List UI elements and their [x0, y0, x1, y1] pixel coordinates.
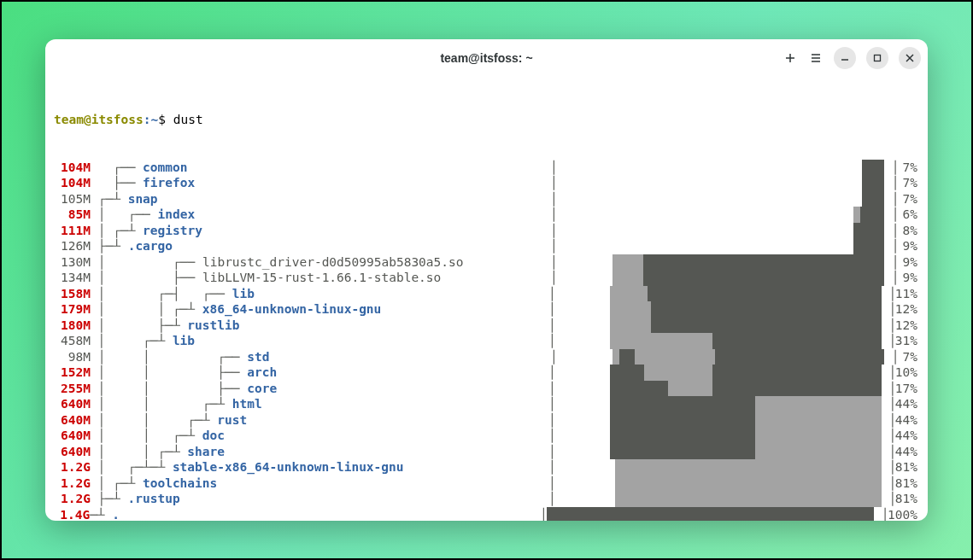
tree-col: ├─┴ .rustup [91, 491, 548, 507]
bar-chart [555, 286, 882, 302]
maximize-button[interactable] [866, 47, 888, 69]
prompt-line: team@itsfoss:~$ dust [54, 112, 919, 128]
tree-col: │ │ ┌─┴ doc [91, 428, 548, 444]
bar-segment [712, 381, 882, 397]
percentage-value: 10% [895, 365, 919, 381]
separator: │ [884, 207, 898, 223]
bar-segment [610, 286, 648, 302]
output-row: 152M │ │ ├── arch│ │10% [54, 365, 919, 381]
bar-segment [610, 396, 755, 412]
hamburger-menu-button[interactable] [808, 50, 824, 66]
separator: │ [548, 428, 555, 444]
close-button[interactable] [899, 47, 921, 69]
tree-branch: │ ┌─┴ [91, 476, 143, 490]
entry-name: registry [143, 224, 202, 237]
tree-col: ─┴ . [90, 507, 540, 522]
tree-col: │ ┌── index [91, 207, 550, 223]
separator: │ [882, 428, 895, 444]
tree-col: │ │ ┌── std [91, 349, 550, 365]
tree-col: │ │ ┌─┴ rust [91, 412, 548, 429]
separator: │ [884, 191, 898, 207]
bar-chart [555, 412, 882, 429]
size-value: 1.2G [54, 491, 91, 507]
tree-branch: ┌── [91, 160, 143, 174]
bar-segment [613, 270, 643, 286]
percentage-value: 6% [898, 207, 919, 223]
entry-name: .cargo [128, 239, 173, 253]
entry-name: lib [173, 334, 195, 347]
separator: │ [882, 444, 895, 460]
output-row: 104M ┌── common│ │7% [54, 160, 919, 176]
bar-segment [619, 349, 635, 365]
titlebar: team@itsfoss: ~ [45, 39, 928, 77]
bar-segment [755, 428, 882, 444]
entry-name: doc [202, 429, 225, 442]
tree-branch: │ │ ┌─┴ [91, 397, 232, 411]
tree-col: │ ┌─┤ ┌── lib [91, 286, 548, 302]
bar-segment [610, 333, 712, 349]
tree-branch: │ │ ┌─┴ [91, 413, 217, 427]
separator: │ [882, 318, 895, 334]
tree-branch: │ │ ├── [91, 382, 247, 395]
separator: │ [874, 507, 888, 522]
separator: │ [884, 223, 898, 239]
output-row: 1.2G ├─┴ .rustup│ │81% [54, 491, 919, 507]
bar-segment [643, 254, 884, 271]
bar-segment [615, 491, 882, 507]
bar-segment [610, 412, 755, 429]
bar-segment [635, 349, 715, 365]
percentage-value: 12% [895, 318, 919, 334]
size-value: 1.2G [54, 459, 91, 475]
separator: │ [548, 412, 555, 429]
tree-col: │ ┌─┴ registry [91, 223, 550, 239]
output-row: 126M ├─┴ .cargo│ │9% [54, 238, 919, 254]
size-value: 105M [54, 191, 91, 207]
output-row: 111M │ ┌─┴ registry│ │8% [54, 223, 919, 239]
output-row: 255M │ │ ├── core│ │17% [54, 381, 919, 397]
bar-segment [644, 365, 712, 381]
size-value: 126M [54, 238, 91, 254]
entry-name: lib [232, 287, 255, 300]
size-value: 152M [54, 365, 91, 381]
prompt-user-host: team@itsfoss [54, 112, 144, 128]
bar-chart [557, 238, 884, 254]
percentage-value: 9% [898, 238, 919, 254]
percentage-value: 9% [898, 270, 919, 286]
separator: │ [550, 160, 557, 176]
size-value: 85M [54, 207, 91, 223]
prompt-symbol: $ [158, 112, 173, 128]
tree-branch: ├── [91, 176, 143, 190]
percentage-value: 7% [898, 191, 919, 207]
terminal-window: team@itsfoss: ~ team@itsfoss:~$ dust 104… [45, 39, 928, 521]
percentage-value: 17% [895, 381, 919, 397]
tree-branch: │ ┌── [91, 207, 158, 221]
bar-segment [712, 333, 882, 349]
separator: │ [884, 254, 898, 271]
tree-branch: │ ┌─┴ [91, 334, 173, 347]
separator: │ [548, 491, 555, 507]
bar-chart [555, 333, 882, 349]
bar-segment [610, 301, 651, 318]
minimize-button[interactable] [834, 47, 856, 69]
separator: │ [884, 270, 898, 286]
terminal-body[interactable]: team@itsfoss:~$ dust 104M ┌── common│ │7… [45, 77, 928, 521]
separator: │ [882, 412, 895, 429]
separator: │ [548, 459, 555, 475]
size-value: 130M [54, 254, 91, 271]
separator: │ [548, 365, 555, 381]
bar-segment [613, 254, 643, 271]
entry-name: std [247, 350, 269, 364]
prompt-path: :~ [144, 112, 158, 128]
bar-segment [862, 160, 884, 176]
tree-branch: │ │ ┌── [91, 350, 247, 364]
bar-chart [555, 365, 882, 381]
separator: │ [550, 254, 557, 271]
separator: │ [884, 349, 898, 365]
entry-name: . [112, 508, 120, 522]
bar-segment [610, 381, 668, 397]
output-row: 1.4G─┴ .│ │100% [54, 507, 919, 522]
new-tab-button[interactable] [783, 50, 798, 66]
percentage-value: 81% [895, 459, 919, 475]
bar-segment [755, 412, 882, 429]
tree-branch: ─┴ [90, 508, 112, 522]
